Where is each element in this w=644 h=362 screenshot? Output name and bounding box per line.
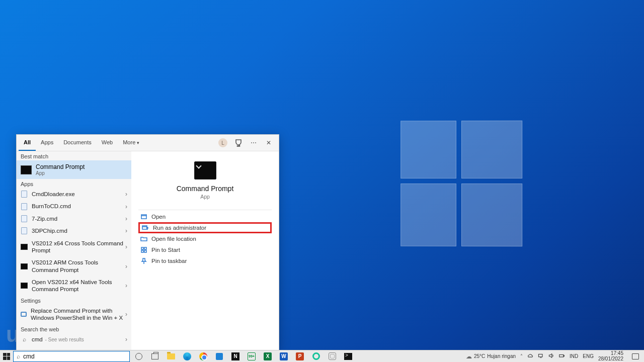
badge-app-button[interactable]: 99+: [247, 351, 257, 361]
web-result-term: cmd: [32, 336, 43, 342]
onedrive-icon[interactable]: [527, 353, 533, 359]
windows-icon: [3, 353, 10, 360]
best-match-sub: App: [36, 170, 85, 176]
list-item-label: VS2012 ARM Cross Tools Command Prompt: [32, 259, 125, 274]
apps-list-item[interactable]: VS2012 ARM Cross Tools Command Prompt›: [17, 256, 131, 276]
start-button[interactable]: [0, 350, 13, 363]
detail-action-pinstart[interactable]: Pin to Start: [138, 244, 272, 255]
word-button[interactable]: W: [279, 351, 289, 361]
notion-button[interactable]: N: [230, 351, 240, 361]
more-options-icon[interactable]: ⋯: [250, 139, 258, 147]
file-icon: [21, 203, 28, 210]
chevron-right-icon: ›: [125, 203, 127, 210]
detail-sub: App: [138, 194, 272, 200]
pinned-apps: N 99+ X W P: [130, 351, 357, 361]
apps-list-item[interactable]: BurnToCD.cmd›: [17, 200, 131, 212]
cmd-icon: [21, 282, 28, 289]
excel-button[interactable]: X: [263, 351, 273, 361]
search-input[interactable]: [23, 353, 126, 360]
chevron-right-icon: ›: [125, 243, 127, 250]
cmd-icon: [21, 263, 28, 270]
best-match-item[interactable]: Command Prompt App: [17, 160, 131, 179]
svg-rect-7: [559, 355, 564, 357]
cmd-icon: [21, 243, 28, 250]
open-icon: [140, 213, 147, 220]
divider: [138, 210, 272, 210]
action-center-icon[interactable]: [632, 353, 639, 359]
badge-icon: 99+: [248, 352, 256, 360]
apps-list-item[interactable]: 3DPChip.cmd›: [17, 225, 131, 237]
best-match-title: Command Prompt: [36, 163, 85, 170]
taskbar-search[interactable]: ⌕: [13, 351, 130, 362]
ime-indicator-1[interactable]: IND: [570, 353, 578, 359]
chevron-right-icon: ›: [125, 191, 127, 198]
store-icon: [216, 353, 223, 360]
list-item-label: VS2012 x64 Cross Tools Command Prompt: [32, 240, 125, 254]
pintask-icon: [140, 257, 147, 264]
detail-action-folder[interactable]: Open file location: [138, 233, 272, 244]
search-icon: ⌕: [21, 336, 28, 343]
apps-list-item[interactable]: CmdDloader.exe›: [17, 188, 131, 200]
list-item-label: BurnToCD.cmd: [32, 203, 71, 210]
powerpoint-button[interactable]: P: [295, 351, 305, 361]
chrome-icon: [199, 352, 207, 360]
tab-web[interactable]: Web: [97, 135, 118, 151]
close-icon[interactable]: ✕: [265, 139, 273, 147]
cortana-button[interactable]: [134, 351, 144, 361]
tab-more[interactable]: More▾: [118, 135, 144, 151]
network-icon[interactable]: [538, 353, 544, 359]
chevron-right-icon: ›: [125, 282, 127, 289]
admin-icon: [142, 224, 149, 231]
grammarly-button[interactable]: [311, 351, 321, 361]
rewards-icon[interactable]: [234, 139, 243, 147]
clock-date: 28/01/2022: [598, 356, 623, 362]
chevron-right-icon: ›: [125, 227, 127, 234]
edge-button[interactable]: [182, 351, 192, 361]
search-results-list: Best match Command Prompt App Apps CmdDl…: [17, 151, 131, 350]
start-search-panel: All Apps Documents Web More▾ L ⋯ ✕ Best …: [16, 134, 279, 350]
system-tray: ☁ 25°C Hujan ringan ˄ IND ENG 17:45 28/0…: [463, 351, 644, 361]
clock[interactable]: 17:45 28/01/2022: [598, 351, 625, 361]
chrome-button[interactable]: [198, 351, 208, 361]
store-button[interactable]: [214, 351, 224, 361]
svg-rect-3: [144, 247, 146, 249]
detail-action-label: Open file location: [151, 236, 196, 242]
battery-icon[interactable]: [559, 353, 565, 359]
user-avatar[interactable]: L: [218, 138, 227, 147]
volume-icon[interactable]: [548, 353, 554, 359]
apps-list-item[interactable]: Open VS2012 x64 Native Tools Command Pro…: [17, 276, 131, 296]
web-result-item[interactable]: ⌕ cmd - See web results ›: [17, 333, 131, 346]
tab-all[interactable]: All: [19, 135, 36, 151]
chevron-right-icon: ›: [125, 336, 127, 343]
file-icon: [21, 227, 28, 234]
weather-temp: 25°C: [474, 353, 485, 359]
tab-documents[interactable]: Documents: [58, 135, 97, 151]
weather-widget[interactable]: ☁ 25°C Hujan ringan: [466, 353, 516, 360]
list-item-label: 7-Zip.cmd: [32, 215, 57, 222]
ime-indicator-2[interactable]: ENG: [583, 353, 594, 359]
explorer-icon: [167, 353, 175, 359]
web-result-hint: - See web results: [44, 337, 84, 342]
taskbar: ⌕ N 99+ X W P ☁ 25°C Hujan ringan: [0, 350, 644, 362]
weather-text: Hujan ringan: [487, 353, 516, 359]
group-apps: Apps: [17, 179, 131, 188]
file-explorer-button[interactable]: [166, 351, 176, 361]
list-item-label: CmdDloader.exe: [32, 191, 75, 198]
settings-list-item[interactable]: Replace Command Prompt with Windows Powe…: [17, 305, 131, 324]
folder-icon: [140, 235, 147, 242]
detail-action-pintask[interactable]: Pin to taskbar: [138, 255, 272, 266]
windows-logo: [400, 121, 517, 241]
task-view-button[interactable]: [150, 351, 160, 361]
app-button[interactable]: [327, 351, 337, 361]
apps-list-item[interactable]: VS2012 x64 Cross Tools Command Prompt›: [17, 237, 131, 257]
svg-rect-8: [564, 355, 565, 356]
tray-overflow-icon[interactable]: ˄: [520, 353, 523, 359]
tab-apps[interactable]: Apps: [36, 135, 58, 151]
detail-action-label: Pin to Start: [151, 247, 180, 253]
detail-action-open[interactable]: Open: [138, 211, 272, 222]
edge-icon: [183, 352, 191, 360]
apps-list-item[interactable]: 7-Zip.cmd›: [17, 213, 131, 225]
detail-action-admin[interactable]: Run as administrator: [138, 222, 272, 233]
terminal-button[interactable]: [343, 351, 353, 361]
svg-rect-0: [141, 215, 146, 219]
